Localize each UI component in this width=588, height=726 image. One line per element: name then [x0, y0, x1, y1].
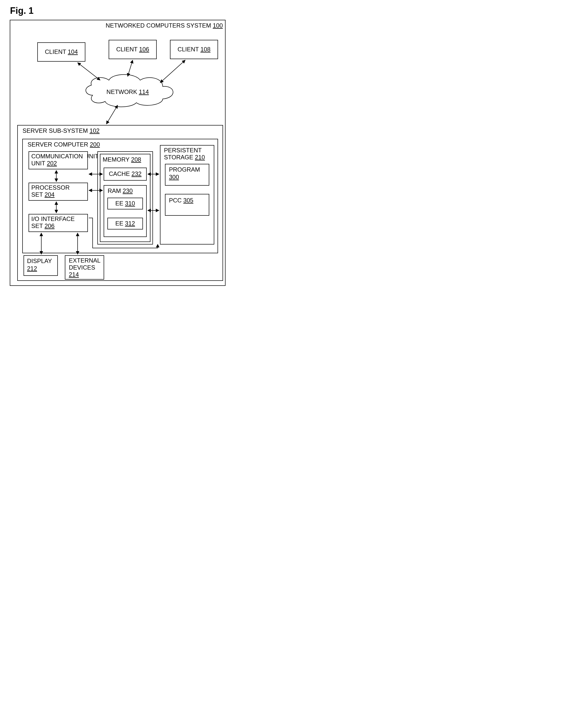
ram-label: RAM 230 [108, 187, 133, 194]
figure-title: Fig. 1 [10, 5, 34, 16]
svg-text:CLIENT
       
      108: CLIENT 108 [177, 46, 211, 53]
persistent-storage-label1: PERSISTENT [164, 147, 202, 154]
program-label2: 300 [169, 174, 179, 180]
svg-text:CLIENT
       
      106: CLIENT 106 [116, 46, 149, 53]
processor-set-label1: PROCESSOR [31, 184, 69, 191]
memory-label: MEMORY 208 [103, 156, 141, 163]
external-devices-label2: DEVICES [69, 264, 95, 271]
ee-312-label: EE 312 [115, 220, 135, 227]
display-label1: DISPLAY [27, 258, 52, 264]
pcc-label: PCC 305 [169, 197, 193, 204]
external-devices-label3: 214 [69, 271, 79, 278]
persistent-storage-label2: STORAGE 210 [164, 154, 205, 161]
client-108: CLIENT 108 [170, 40, 218, 59]
program-label1: PROGRAM [169, 166, 200, 173]
svg-text:NETWORK
       
      114: NETWORK 114 [106, 88, 149, 95]
link-network-server [106, 105, 118, 124]
display-label2: 212 [27, 265, 37, 272]
link-client104-network [78, 63, 100, 80]
system-label: NETWORKED COMPUTERS SYSTEM 100 [106, 22, 223, 29]
io-interface-label2: SET 206 [31, 222, 55, 229]
communication-unit-label1: COMMUNICATION [31, 153, 83, 160]
link-client108-network [160, 60, 185, 83]
external-devices-label1: EXTERNAL [69, 257, 101, 264]
ee-310-label: EE 310 [115, 200, 135, 207]
svg-text:CLIENT
       
      104: CLIENT 104 [45, 48, 78, 55]
communication-unit-label2: UNIT 202 [31, 160, 57, 167]
processor-set-label2: SET 204 [31, 191, 55, 198]
server-subsystem-label: SERVER SUB-SYSTEM 102 [23, 127, 100, 134]
server-computer-label: SERVER COMPUTER 200 [27, 141, 100, 148]
link-client106-network [128, 60, 133, 76]
cache-label: CACHE 232 [109, 170, 142, 177]
client-104: CLIENT 104 [38, 43, 85, 61]
io-interface-label1: I/O INTERFACE [31, 216, 75, 222]
client-106: CLIENT 106 [109, 40, 156, 59]
